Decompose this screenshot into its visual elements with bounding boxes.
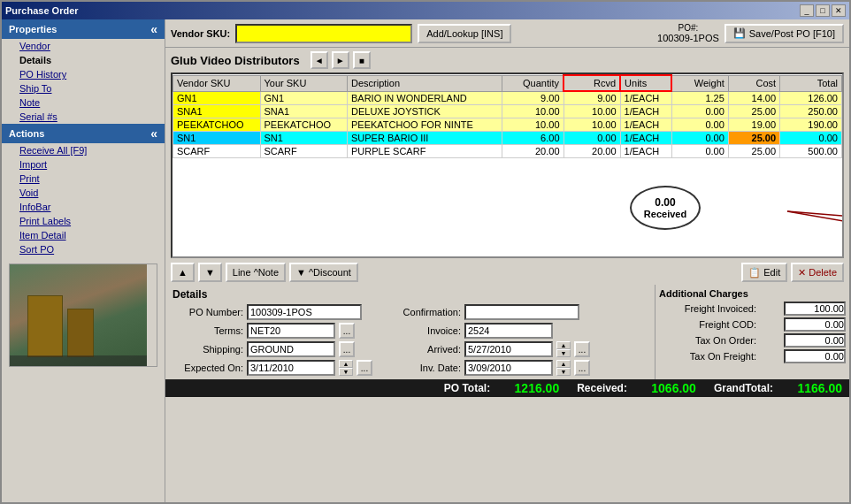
sidebar: Properties « Vendor Details PO History S… bbox=[2, 19, 165, 502]
expected-on-ellipsis-button[interactable]: ... bbox=[356, 360, 372, 376]
nav-stop-button[interactable]: ■ bbox=[353, 51, 371, 69]
inv-date-field[interactable] bbox=[464, 360, 553, 376]
shipping-ellipsis-button[interactable]: ... bbox=[339, 341, 355, 357]
sidebar-photo bbox=[10, 264, 147, 366]
sidebar-item-print-labels[interactable]: Print Labels bbox=[2, 214, 165, 228]
po-total-value: 1216.00 bbox=[497, 381, 559, 395]
invoice-field[interactable] bbox=[464, 323, 553, 339]
col-quantity: Quantity bbox=[502, 75, 564, 91]
nav-prev-button[interactable]: ◄ bbox=[310, 51, 328, 69]
expected-on-field[interactable] bbox=[247, 360, 335, 376]
tax-on-order-field[interactable] bbox=[784, 333, 846, 347]
po-total-item: PO Total: 1216.00 bbox=[444, 381, 559, 395]
sidebar-item-note[interactable]: Note bbox=[2, 95, 165, 110]
arrived-field[interactable] bbox=[464, 341, 553, 357]
po-number-label: PO#: bbox=[657, 23, 719, 33]
inv-date-spin-down[interactable]: ▼ bbox=[556, 368, 571, 376]
sidebar-item-serial-numbers[interactable]: Serial #s bbox=[2, 110, 165, 124]
inv-date-ellipsis-button[interactable]: ... bbox=[574, 360, 590, 376]
table-cell: 500.00 bbox=[780, 145, 842, 158]
table-cell: 25.00 bbox=[728, 105, 779, 118]
sidebar-item-infobar[interactable]: InfoBar bbox=[2, 200, 165, 214]
details-pane: Details PO Number: Terms: bbox=[165, 285, 655, 379]
table-cell: PEEKATCHOO bbox=[260, 118, 348, 132]
col-your-sku: Your SKU bbox=[260, 75, 348, 91]
terms-field[interactable] bbox=[247, 323, 335, 339]
confirmation-field[interactable] bbox=[464, 304, 579, 320]
actions-section-header[interactable]: Actions « bbox=[2, 124, 165, 143]
sidebar-item-item-detail[interactable]: Item Detail bbox=[2, 228, 165, 242]
freight-invoiced-field[interactable] bbox=[784, 302, 846, 316]
inv-date-spin-up[interactable]: ▲ bbox=[556, 360, 571, 368]
table-cell: DELUXE JOYSTICK bbox=[348, 105, 502, 118]
po-number-field[interactable] bbox=[247, 304, 362, 320]
nav-next-button[interactable]: ► bbox=[332, 51, 349, 69]
arrived-spin-up[interactable]: ▲ bbox=[556, 341, 571, 349]
actions-collapse-icon: « bbox=[150, 126, 157, 141]
terms-ellipsis-button[interactable]: ... bbox=[339, 323, 355, 339]
table-cell: PURPLE SCARF bbox=[348, 145, 502, 158]
delete-button[interactable]: ✕ Delete bbox=[791, 263, 844, 282]
inv-date-spinner: ▲ ▼ bbox=[556, 360, 571, 376]
po-total-label: PO Total: bbox=[444, 382, 490, 394]
tax-on-freight-field[interactable] bbox=[784, 349, 846, 363]
po-table: Vendor SKU Your SKU Description Quantity… bbox=[172, 74, 842, 158]
expected-on-spin-up[interactable]: ▲ bbox=[339, 360, 353, 368]
sidebar-item-print[interactable]: Print bbox=[2, 172, 165, 186]
actions-label: Actions bbox=[9, 128, 44, 139]
received-item: Received: 1066.00 bbox=[577, 381, 696, 395]
sidebar-item-ship-to[interactable]: Ship To bbox=[2, 81, 165, 95]
close-button[interactable]: ✕ bbox=[832, 4, 846, 17]
sidebar-item-details[interactable]: Details bbox=[2, 53, 165, 67]
terms-label: Terms: bbox=[172, 325, 243, 336]
window-title: Purchase Order bbox=[5, 5, 79, 16]
po-number-row: PO Number: bbox=[172, 304, 372, 320]
vendor-name: Glub Video Distributors bbox=[171, 54, 300, 67]
properties-collapse-icon: « bbox=[150, 22, 157, 36]
maximize-button[interactable]: □ bbox=[816, 4, 830, 17]
freight-invoiced-label: Freight Invoiced: bbox=[659, 303, 756, 314]
edit-button[interactable]: 📋 Edit bbox=[741, 263, 787, 282]
sidebar-item-po-history[interactable]: PO History bbox=[2, 67, 165, 81]
sidebar-item-import[interactable]: Import bbox=[2, 157, 165, 172]
freight-cod-row: Freight COD: bbox=[659, 317, 846, 332]
line-note-button[interactable]: Line ^Note bbox=[226, 263, 286, 282]
vendor-sku-input[interactable] bbox=[235, 24, 412, 43]
sidebar-item-vendor[interactable]: Vendor bbox=[2, 39, 165, 53]
expected-on-spin-down[interactable]: ▼ bbox=[339, 368, 353, 376]
table-cell: PEEKATCHOO bbox=[173, 118, 261, 132]
table-cell: 1/EACH bbox=[620, 118, 671, 132]
properties-section-header[interactable]: Properties « bbox=[2, 19, 165, 39]
table-cell: 6.00 bbox=[502, 132, 564, 145]
table-scroll[interactable]: Vendor SKU Your SKU Description Quantity… bbox=[172, 74, 842, 256]
inv-date-row: Inv. Date: ▲ ▼ ... bbox=[390, 360, 590, 376]
table-cell: SCARF bbox=[260, 145, 348, 158]
table-cell: SUPER BARIO III bbox=[348, 132, 502, 145]
move-down-button[interactable]: ▼ bbox=[198, 263, 222, 282]
table-cell: 10.00 bbox=[502, 118, 564, 132]
down-icon: ▼ bbox=[205, 267, 215, 278]
table-cell: 0.00 bbox=[564, 132, 620, 145]
sidebar-item-sort-po[interactable]: Sort PO bbox=[2, 242, 165, 256]
table-cell: 1/EACH bbox=[620, 145, 671, 158]
arrived-spin-down[interactable]: ▼ bbox=[556, 349, 571, 357]
tax-on-order-label: Tax On Order: bbox=[659, 335, 756, 346]
add-lookup-button[interactable]: Add/Lookup [INS] bbox=[418, 24, 511, 43]
invoice-label: Invoice: bbox=[390, 325, 461, 336]
save-post-button[interactable]: 💾 Save/Post PO [F10] bbox=[724, 24, 844, 43]
sidebar-item-void[interactable]: Void bbox=[2, 186, 165, 200]
table-cell: SNA1 bbox=[173, 105, 261, 118]
sidebar-item-receive-all[interactable]: Receive All [F9] bbox=[2, 143, 165, 157]
bottom-toolbar: ▲ ▼ Line ^Note ▼ ^Discount 📋 Edit ✕ Dele bbox=[165, 260, 849, 285]
table-cell: 19.00 bbox=[728, 118, 779, 132]
shipping-field[interactable] bbox=[247, 341, 335, 357]
received-value: 1066.00 bbox=[634, 381, 696, 395]
discount-button[interactable]: ▼ ^Discount bbox=[289, 263, 358, 282]
move-up-button[interactable]: ▲ bbox=[171, 263, 195, 282]
shipping-row: Shipping: ... bbox=[172, 341, 372, 357]
minimize-button[interactable]: _ bbox=[800, 4, 814, 17]
arrived-spinner: ▲ ▼ bbox=[556, 341, 571, 357]
freight-cod-field[interactable] bbox=[784, 317, 846, 332]
freight-cod-label: Freight COD: bbox=[659, 319, 756, 330]
arrived-ellipsis-button[interactable]: ... bbox=[574, 341, 590, 357]
